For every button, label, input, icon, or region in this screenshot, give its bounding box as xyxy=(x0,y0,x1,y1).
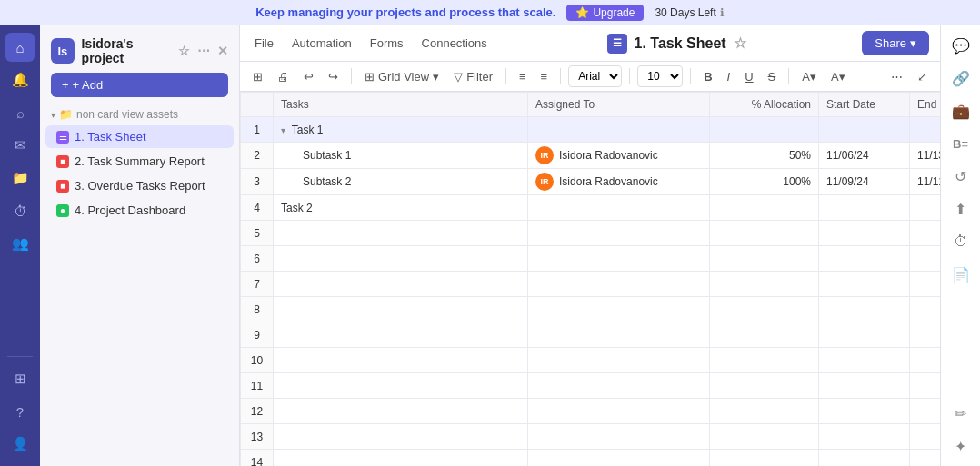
menu-automation[interactable]: Automation xyxy=(288,35,355,52)
nav-question-icon[interactable]: ? xyxy=(5,397,35,426)
task-cell[interactable] xyxy=(274,424,528,450)
highlight-color-button[interactable]: A▾ xyxy=(796,66,822,87)
start-date-cell xyxy=(819,195,910,221)
table-row[interactable]: 3Subtask 2IRIsidora Radovanovic100%11/09… xyxy=(241,169,941,195)
copy-icon[interactable]: 📄 xyxy=(948,262,974,287)
filter-icon: ▽ xyxy=(454,70,463,84)
task-cell[interactable] xyxy=(274,272,528,297)
upgrade-button[interactable]: ⭐ Upgrade xyxy=(566,5,644,21)
task-cell[interactable] xyxy=(274,221,528,246)
table-row[interactable]: 2Subtask 1IRIsidora Radovanovic50%11/06/… xyxy=(241,143,941,169)
sheet-star-icon[interactable]: ☆ xyxy=(734,35,746,52)
nav-home-icon[interactable]: ⌂ xyxy=(5,33,35,62)
task-cell[interactable] xyxy=(274,297,528,322)
task-cell[interactable]: Task 2 xyxy=(274,195,528,221)
align-right-icon[interactable]: ≡ xyxy=(535,66,554,87)
font-color-button[interactable]: A▾ xyxy=(825,66,851,87)
filter-button[interactable]: ▽ Filter xyxy=(448,66,498,87)
link-icon[interactable]: 🔗 xyxy=(948,65,974,91)
italic-button[interactable]: I xyxy=(722,66,736,87)
sheet-title-icon: ☰ xyxy=(607,34,627,54)
table-row[interactable]: 12 xyxy=(241,399,941,424)
nav-apps-icon[interactable]: ⊞ xyxy=(5,364,35,393)
upload-doc-icon[interactable]: ⬆ xyxy=(948,196,974,222)
table-row[interactable]: 8 xyxy=(241,297,941,322)
table-row[interactable]: 14 xyxy=(241,450,941,467)
task-cell[interactable] xyxy=(274,246,528,272)
task-cell[interactable] xyxy=(274,322,528,348)
share-button[interactable]: Share ▾ xyxy=(862,31,929,55)
sidebar-item-task-sheet[interactable]: ☰ 1. Task Sheet xyxy=(45,125,234,148)
row-number-cell: 14 xyxy=(241,450,274,467)
add-button[interactable]: + + Add xyxy=(51,73,228,97)
chevron-down-icon[interactable]: ▾ xyxy=(51,110,55,120)
assigned-cell xyxy=(528,221,710,246)
print-icon[interactable]: 🖨 xyxy=(272,66,295,87)
pencil-icon[interactable]: ✏ xyxy=(948,401,974,426)
redo-icon[interactable]: ↪ xyxy=(323,66,344,87)
allocation-cell xyxy=(710,399,819,424)
row-number-cell: 8 xyxy=(241,297,274,322)
nav-user-icon[interactable]: 👤 xyxy=(5,430,35,459)
more-icon[interactable]: ⋯ xyxy=(197,44,210,58)
table-row[interactable]: 11 xyxy=(241,373,941,399)
assigned-cell: IRIsidora Radovanovic xyxy=(528,169,710,195)
nav-clock-icon[interactable]: ⏱ xyxy=(5,196,35,225)
fullscreen-button[interactable]: ⤢ xyxy=(912,66,933,87)
table-row[interactable]: 10 xyxy=(241,348,941,373)
task-cell[interactable]: Subtask 2 xyxy=(274,169,528,195)
sidebar-item-dashboard[interactable]: ● 4. Project Dashboard xyxy=(45,199,234,222)
nav-bell-icon[interactable]: 🔔 xyxy=(5,65,35,94)
task-name: Subtask 2 xyxy=(303,175,351,188)
refresh-icon[interactable]: ↺ xyxy=(948,164,974,189)
nav-inbox-icon[interactable]: ✉ xyxy=(5,131,35,160)
menu-connections[interactable]: Connections xyxy=(418,35,491,52)
font-family-select[interactable]: Arial xyxy=(568,65,622,87)
task-cell[interactable]: ▾ Task 1 xyxy=(274,117,528,143)
sidebar-item-task-summary[interactable]: ■ 2. Task Summary Report xyxy=(45,150,234,173)
task-cell[interactable] xyxy=(274,450,528,467)
col-header-start[interactable]: Start Date xyxy=(819,93,910,117)
table-row[interactable]: 13 xyxy=(241,424,941,450)
table-row[interactable]: 9 xyxy=(241,322,941,348)
end-date-cell xyxy=(910,195,941,221)
undo-icon[interactable]: ↩ xyxy=(298,66,319,87)
nav-people-icon[interactable]: 👥 xyxy=(5,229,35,258)
menu-file[interactable]: File xyxy=(251,35,277,52)
col-header-end[interactable]: End Date xyxy=(910,93,941,117)
collapse-icon[interactable]: ▾ xyxy=(281,125,288,135)
col-header-tasks[interactable]: Tasks xyxy=(274,93,528,117)
col-header-allocation[interactable]: % Allocation xyxy=(710,93,819,117)
sidebar-item-overdue[interactable]: ■ 3. Overdue Tasks Report xyxy=(45,174,234,197)
nav-search-icon[interactable]: ⌕ xyxy=(5,98,35,127)
end-date-cell xyxy=(910,221,941,246)
close-icon[interactable]: ✕ xyxy=(217,44,228,58)
briefcase-icon[interactable]: 💼 xyxy=(948,98,974,124)
nav-folder-icon[interactable]: 📁 xyxy=(5,164,35,193)
project-title: Isidora's project xyxy=(82,36,171,65)
sparkle-icon[interactable]: ✦ xyxy=(948,433,974,459)
task-cell[interactable]: Subtask 1 xyxy=(274,143,528,169)
task-cell[interactable] xyxy=(274,399,528,424)
font-size-select[interactable]: 10 xyxy=(637,65,683,87)
table-row[interactable]: 1▾ Task 1 xyxy=(241,117,941,143)
table-row[interactable]: 6 xyxy=(241,246,941,272)
more-options-button[interactable]: ⋯ xyxy=(885,66,908,87)
underline-button[interactable]: U xyxy=(739,66,758,87)
col-header-assigned[interactable]: Assigned To xyxy=(528,93,710,117)
table-row[interactable]: 4Task 2 xyxy=(241,195,941,221)
chat-icon[interactable]: 💬 xyxy=(948,33,974,58)
time-icon[interactable]: ⏱ xyxy=(948,229,974,254)
task-cell[interactable] xyxy=(274,348,528,373)
bold-button[interactable]: B xyxy=(698,66,717,87)
favorite-star-icon[interactable]: ☆ xyxy=(178,44,190,58)
task-cell[interactable] xyxy=(274,373,528,399)
align-left-icon[interactable]: ≡ xyxy=(514,66,532,87)
strikethrough-button[interactable]: S xyxy=(763,66,782,87)
grid-view-button[interactable]: ⊞ Grid View ▾ xyxy=(359,66,445,87)
table-row[interactable]: 7 xyxy=(241,272,941,297)
menu-forms[interactable]: Forms xyxy=(366,35,407,52)
grid-view-icon[interactable]: ⊞ xyxy=(247,66,268,87)
table-row[interactable]: 5 xyxy=(241,221,941,246)
block-editor-icon[interactable]: B≡ xyxy=(948,131,974,156)
